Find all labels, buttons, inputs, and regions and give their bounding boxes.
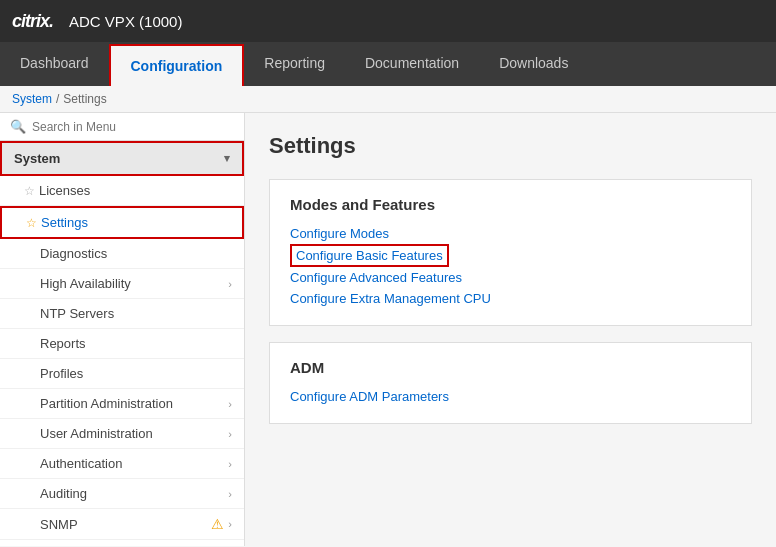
configure-adm-parameters-link[interactable]: Configure ADM Parameters <box>290 386 731 407</box>
citrix-logo: citrix. <box>12 11 53 32</box>
configure-modes-link[interactable]: Configure Modes <box>290 223 731 244</box>
sidebar-item-label: High Availability <box>24 276 228 291</box>
sidebar-item-snmp[interactable]: SNMP ⚠ › <box>0 509 244 540</box>
sidebar-item-label: Authentication <box>24 456 228 471</box>
sidebar-item-ntp-servers[interactable]: NTP Servers <box>0 299 244 329</box>
chevron-right-icon: › <box>228 428 232 440</box>
nav-item-dashboard[interactable]: Dashboard <box>0 42 109 86</box>
sidebar-item-label: User Administration <box>24 426 228 441</box>
content-area: Settings Modes and Features Configure Mo… <box>245 113 776 546</box>
modes-features-title: Modes and Features <box>290 196 731 213</box>
sidebar-item-partition-administration[interactable]: Partition Administration › <box>0 389 244 419</box>
sidebar-item-profiles[interactable]: Profiles <box>0 359 244 389</box>
search-box: 🔍 <box>0 113 244 141</box>
sidebar: 🔍 System ▾ ☆ Licenses ☆ Settings Diagnos… <box>0 113 245 546</box>
breadcrumb-separator: / <box>56 92 59 106</box>
star-icon: ☆ <box>24 184 35 198</box>
nav-bar: Dashboard Configuration Reporting Docume… <box>0 42 776 86</box>
search-input[interactable] <box>32 120 234 134</box>
sidebar-item-settings[interactable]: ☆ Settings <box>0 206 244 239</box>
breadcrumb-system[interactable]: System <box>12 92 52 106</box>
page-title: Settings <box>269 133 752 159</box>
sidebar-item-label: SNMP <box>24 517 211 532</box>
adm-title: ADM <box>290 359 731 376</box>
sidebar-item-label: Licenses <box>39 183 232 198</box>
sidebar-item-label: Diagnostics <box>24 246 232 261</box>
main-layout: 🔍 System ▾ ☆ Licenses ☆ Settings Diagnos… <box>0 113 776 546</box>
nav-item-reporting[interactable]: Reporting <box>244 42 345 86</box>
sidebar-item-reports[interactable]: Reports <box>0 329 244 359</box>
chevron-right-icon: › <box>228 278 232 290</box>
breadcrumb: System / Settings <box>0 86 776 113</box>
star-filled-icon: ☆ <box>26 216 37 230</box>
configure-extra-mgmt-cpu-link[interactable]: Configure Extra Management CPU <box>290 288 731 309</box>
chevron-right-icon: › <box>228 518 232 530</box>
configure-advanced-features-link[interactable]: Configure Advanced Features <box>290 267 731 288</box>
top-bar: citrix. ADC VPX (1000) <box>0 0 776 42</box>
sidebar-item-diagnostics[interactable]: Diagnostics <box>0 239 244 269</box>
sidebar-item-label: Reports <box>24 336 232 351</box>
chevron-right-icon: › <box>228 488 232 500</box>
sidebar-item-high-availability[interactable]: High Availability › <box>0 269 244 299</box>
sidebar-group-label: System <box>14 151 60 166</box>
sidebar-item-label: Settings <box>41 215 230 230</box>
sidebar-item-authentication[interactable]: Authentication › <box>0 449 244 479</box>
adm-card: ADM Configure ADM Parameters <box>269 342 752 424</box>
modes-features-card: Modes and Features Configure Modes Confi… <box>269 179 752 326</box>
sidebar-item-label: Partition Administration <box>24 396 228 411</box>
configure-basic-features-link[interactable]: Configure Basic Features <box>290 244 449 267</box>
chevron-right-icon: › <box>228 398 232 410</box>
sidebar-item-appflow[interactable]: AppFlow › <box>0 540 244 546</box>
chevron-down-icon: ▾ <box>224 152 230 165</box>
nav-item-documentation[interactable]: Documentation <box>345 42 479 86</box>
breadcrumb-current: Settings <box>63 92 106 106</box>
nav-item-downloads[interactable]: Downloads <box>479 42 588 86</box>
nav-item-configuration[interactable]: Configuration <box>109 44 245 86</box>
sidebar-item-auditing[interactable]: Auditing › <box>0 479 244 509</box>
sidebar-group-system[interactable]: System ▾ <box>0 141 244 176</box>
sidebar-item-label: Auditing <box>24 486 228 501</box>
sidebar-item-licenses[interactable]: ☆ Licenses <box>0 176 244 206</box>
warning-icon: ⚠ <box>211 516 224 532</box>
search-icon: 🔍 <box>10 119 26 134</box>
chevron-right-icon: › <box>228 458 232 470</box>
citrix-logo-text: citrix. <box>12 11 53 32</box>
sidebar-item-label: NTP Servers <box>24 306 232 321</box>
app-title: ADC VPX (1000) <box>69 13 182 30</box>
sidebar-item-label: Profiles <box>24 366 232 381</box>
sidebar-item-user-administration[interactable]: User Administration › <box>0 419 244 449</box>
